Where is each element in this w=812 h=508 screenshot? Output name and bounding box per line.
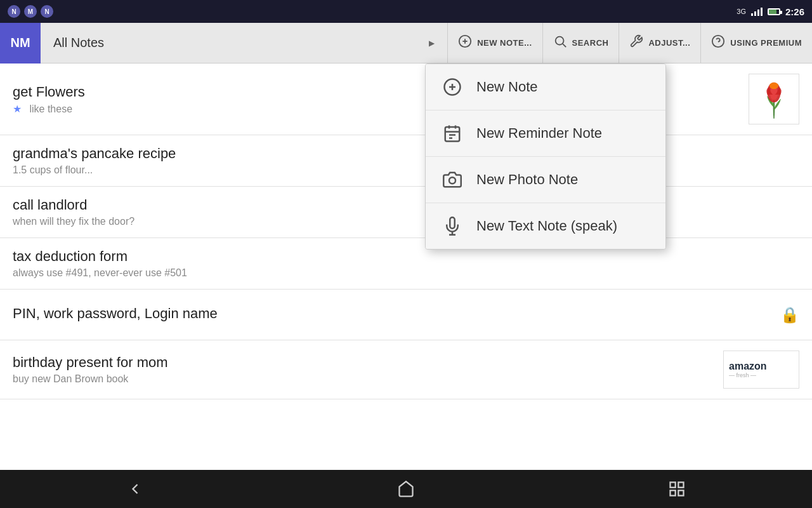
premium-label: USING PREMIUM <box>730 38 802 48</box>
amazon-thumbnail: amazon — fresh — <box>723 351 799 389</box>
status-right: 3G 2:26 <box>737 6 804 17</box>
lock-icon: 🔒 <box>780 306 799 324</box>
note-item[interactable]: get Flowers ★ like these <box>0 64 812 135</box>
note-content: grandma's pancake recipe 1.5 cups of flo… <box>13 145 799 176</box>
svg-point-3 <box>555 37 563 45</box>
menu-item-new-text[interactable]: New Text Note (speak) <box>426 203 665 249</box>
note-content: birthday present for mom buy new Dan Bro… <box>13 354 723 385</box>
app-logo[interactable]: NM <box>0 23 41 64</box>
search-icon <box>553 34 567 51</box>
note-preview: buy new Dan Brown book <box>13 373 723 385</box>
toolbar-title[interactable]: All Notes <box>41 36 447 50</box>
signal-bars <box>751 7 763 16</box>
reminder-menu-icon <box>441 122 464 145</box>
new-note-button[interactable]: NEW NOTE... <box>448 23 542 63</box>
menu-item-new-reminder[interactable]: New Reminder Note <box>426 110 665 157</box>
note-item[interactable]: PIN, work password, Login name 🔒 <box>0 290 812 340</box>
time-display: 2:26 <box>785 6 804 17</box>
recents-button[interactable] <box>658 476 696 502</box>
note-content: PIN, work password, Login name <box>13 305 774 324</box>
new-note-menu-icon <box>441 76 464 98</box>
note-item[interactable]: call landlord when will they fix the doo… <box>0 187 812 238</box>
adjust-label: ADJUST... <box>648 38 690 48</box>
status-dot-1: N <box>8 5 20 18</box>
note-title: PIN, work password, Login name <box>13 305 774 322</box>
star-icon: ★ <box>13 104 22 114</box>
nav-bar <box>0 470 812 508</box>
battery-fill <box>769 10 776 14</box>
svg-rect-24 <box>678 490 683 495</box>
signal-bar-1 <box>751 13 753 16</box>
note-content: tax deduction form always use #491, neve… <box>13 248 799 279</box>
app-container: NM All Notes NEW NOTE... <box>0 23 812 470</box>
new-note-icon <box>458 34 472 51</box>
svg-rect-25 <box>670 490 675 495</box>
dropdown-menu: New Note New Reminder Note New Photo Not… <box>425 64 666 250</box>
premium-icon <box>711 34 725 51</box>
svg-rect-22 <box>670 483 675 488</box>
note-title: call landlord <box>13 197 799 213</box>
note-title: grandma's pancake recipe <box>13 145 799 162</box>
adjust-button[interactable]: ADJUST... <box>619 23 701 63</box>
svg-point-9 <box>769 83 778 90</box>
note-preview: 1.5 cups of flour... <box>13 164 799 176</box>
status-bar: N M N 3G 2:26 <box>0 0 812 23</box>
note-item[interactable]: tax deduction form always use #491, neve… <box>0 238 812 290</box>
microphone-menu-icon <box>441 215 464 237</box>
adjust-icon <box>629 34 643 51</box>
photo-menu-label: New Photo Note <box>476 171 578 188</box>
note-preview: when will they fix the door? <box>13 216 799 227</box>
menu-item-new-photo[interactable]: New Photo Note <box>426 157 665 203</box>
note-thumbnail <box>749 74 799 124</box>
new-note-menu-label: New Note <box>476 79 538 95</box>
search-button[interactable]: SEARCH <box>543 23 620 63</box>
reminder-menu-label: New Reminder Note <box>476 125 602 142</box>
camera-menu-icon <box>441 168 464 191</box>
home-button[interactable] <box>387 476 425 502</box>
note-title: tax deduction form <box>13 248 799 265</box>
back-button[interactable] <box>116 476 154 502</box>
amazon-logo: amazon <box>729 361 767 372</box>
toolbar: NM All Notes NEW NOTE... <box>0 23 812 64</box>
note-item[interactable]: grandma's pancake recipe 1.5 cups of flo… <box>0 135 812 187</box>
new-note-label: NEW NOTE... <box>477 38 532 48</box>
signal-bar-2 <box>754 11 756 16</box>
toolbar-actions: NEW NOTE... SEARCH ADJUST... <box>447 23 812 63</box>
status-left: N M N <box>8 5 53 18</box>
tulip-image <box>752 77 796 121</box>
signal-bar-3 <box>757 10 759 16</box>
search-label: SEARCH <box>572 38 609 48</box>
text-speak-menu-label: New Text Note (speak) <box>476 218 617 234</box>
signal-bar-4 <box>761 8 763 16</box>
note-content: call landlord when will they fix the doo… <box>13 197 799 227</box>
amazon-sub: — fresh — <box>729 372 756 378</box>
note-title: birthday present for mom <box>13 354 723 371</box>
battery-icon <box>768 8 780 15</box>
notes-list: get Flowers ★ like these <box>0 64 812 470</box>
status-dot-3: N <box>41 5 53 18</box>
menu-item-new-note[interactable]: New Note <box>426 64 665 110</box>
logo-text: NM <box>10 36 30 50</box>
note-preview: always use #491, never-ever use #501 <box>13 267 799 279</box>
svg-rect-23 <box>678 483 683 488</box>
svg-point-19 <box>449 177 455 184</box>
signal-label: 3G <box>737 8 746 15</box>
svg-line-4 <box>563 44 566 47</box>
note-item[interactable]: birthday present for mom buy new Dan Bro… <box>0 340 812 399</box>
status-dot-2: M <box>24 5 37 18</box>
premium-button[interactable]: USING PREMIUM <box>701 23 812 63</box>
